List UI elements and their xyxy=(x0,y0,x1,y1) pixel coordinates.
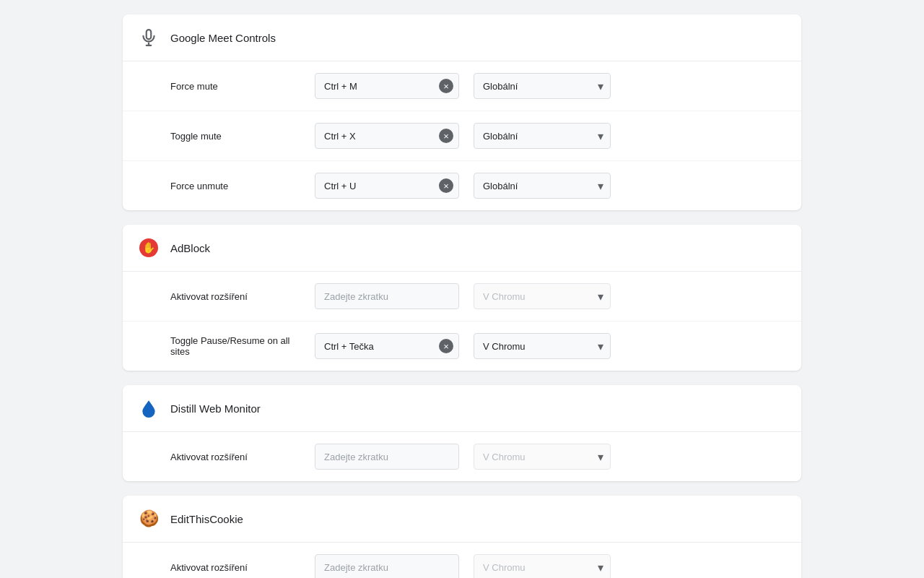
shortcut-row-google-meet-0: Force mute×GlobálníV Chromu▾ xyxy=(123,61,801,111)
shortcut-label-google-meet-0: Force mute xyxy=(170,81,300,92)
shortcut-input-adblock-1[interactable] xyxy=(315,333,459,359)
adblock-icon: ✋ xyxy=(137,236,160,259)
scope-select-adblock-0[interactable]: V ChromuGlobální xyxy=(474,283,611,309)
shortcut-label-google-meet-1: Toggle mute xyxy=(170,131,300,142)
shortcut-input-adblock-0[interactable] xyxy=(315,283,459,309)
shortcut-row-editthiscookie-0: Aktivovat rozšířeníV ChromuGlobální▾ xyxy=(123,543,801,578)
shortcut-input-wrapper-google-meet-2: × xyxy=(315,173,459,199)
scope-select-wrapper-editthiscookie-0: V ChromuGlobální▾ xyxy=(474,554,611,578)
distill-icon xyxy=(137,397,160,420)
scope-select-wrapper-adblock-1: V ChromuGlobální▾ xyxy=(474,333,611,359)
shortcut-row-google-meet-1: Toggle mute×GlobálníV Chromu▾ xyxy=(123,111,801,161)
section-title-distill: Distill Web Monitor xyxy=(170,402,261,415)
shortcut-row-google-meet-2: Force unmute×GlobálníV Chromu▾ xyxy=(123,161,801,210)
editthiscookie-icon: 🍪 xyxy=(137,507,160,530)
shortcut-label-adblock-1: Toggle Pause/Resume on all sites xyxy=(170,335,300,357)
section-title-adblock: AdBlock xyxy=(170,242,210,254)
shortcut-input-editthiscookie-0[interactable] xyxy=(315,554,459,578)
scope-select-wrapper-google-meet-0: GlobálníV Chromu▾ xyxy=(474,73,611,99)
scope-select-wrapper-google-meet-1: GlobálníV Chromu▾ xyxy=(474,123,611,149)
clear-button-google-meet-1[interactable]: × xyxy=(439,129,453,143)
section-header-distill: Distill Web Monitor xyxy=(123,385,801,432)
shortcut-input-wrapper-google-meet-0: × xyxy=(315,73,459,99)
section-card-editthiscookie: 🍪EditThisCookieAktivovat rozšířeníV Chro… xyxy=(123,496,801,578)
section-card-distill: Distill Web MonitorAktivovat rozšířeníV … xyxy=(123,385,801,481)
section-header-adblock: ✋ AdBlock xyxy=(123,225,801,272)
google-meet-icon xyxy=(137,26,160,49)
scope-select-wrapper-distill-0: V ChromuGlobální▾ xyxy=(474,444,611,470)
shortcut-input-wrapper-adblock-0 xyxy=(315,283,459,309)
svg-rect-0 xyxy=(147,30,152,39)
shortcut-input-wrapper-editthiscookie-0 xyxy=(315,554,459,578)
scope-select-google-meet-2[interactable]: GlobálníV Chromu xyxy=(474,173,611,199)
shortcut-row-adblock-1: Toggle Pause/Resume on all sites×V Chrom… xyxy=(123,322,801,371)
shortcut-input-google-meet-0[interactable] xyxy=(315,73,459,99)
svg-text:✋: ✋ xyxy=(142,241,156,254)
section-card-adblock: ✋ AdBlockAktivovat rozšířeníV ChromuGlob… xyxy=(123,225,801,371)
clear-button-google-meet-2[interactable]: × xyxy=(439,178,453,193)
shortcut-label-google-meet-2: Force unmute xyxy=(170,181,300,191)
section-header-editthiscookie: 🍪EditThisCookie xyxy=(123,496,801,543)
scope-select-distill-0[interactable]: V ChromuGlobální xyxy=(474,444,611,470)
shortcut-input-google-meet-1[interactable] xyxy=(315,123,459,149)
scope-select-google-meet-1[interactable]: GlobálníV Chromu xyxy=(474,123,611,149)
shortcut-input-wrapper-distill-0 xyxy=(315,444,459,470)
shortcut-row-adblock-0: Aktivovat rozšířeníV ChromuGlobální▾ xyxy=(123,272,801,322)
shortcut-row-distill-0: Aktivovat rozšířeníV ChromuGlobální▾ xyxy=(123,432,801,481)
section-header-google-meet: Google Meet Controls xyxy=(123,14,801,61)
shortcut-input-wrapper-adblock-1: × xyxy=(315,333,459,359)
scope-select-google-meet-0[interactable]: GlobálníV Chromu xyxy=(474,73,611,99)
shortcut-input-wrapper-google-meet-1: × xyxy=(315,123,459,149)
shortcut-input-google-meet-2[interactable] xyxy=(315,173,459,199)
shortcut-label-distill-0: Aktivovat rozšíření xyxy=(170,452,300,462)
section-title-editthiscookie: EditThisCookie xyxy=(170,513,243,525)
shortcut-input-distill-0[interactable] xyxy=(315,444,459,470)
shortcut-label-editthiscookie-0: Aktivovat rozšíření xyxy=(170,562,300,573)
scope-select-wrapper-google-meet-2: GlobálníV Chromu▾ xyxy=(474,173,611,199)
shortcut-label-adblock-0: Aktivovat rozšíření xyxy=(170,291,300,302)
section-card-google-meet: Google Meet ControlsForce mute×GlobálníV… xyxy=(123,14,801,210)
scope-select-editthiscookie-0[interactable]: V ChromuGlobální xyxy=(474,554,611,578)
scope-select-adblock-1[interactable]: V ChromuGlobální xyxy=(474,333,611,359)
scope-select-wrapper-adblock-0: V ChromuGlobální▾ xyxy=(474,283,611,309)
clear-button-adblock-1[interactable]: × xyxy=(439,339,453,353)
page-container: Google Meet ControlsForce mute×GlobálníV… xyxy=(108,14,816,578)
clear-button-google-meet-0[interactable]: × xyxy=(439,79,453,93)
section-title-google-meet: Google Meet Controls xyxy=(170,32,276,44)
